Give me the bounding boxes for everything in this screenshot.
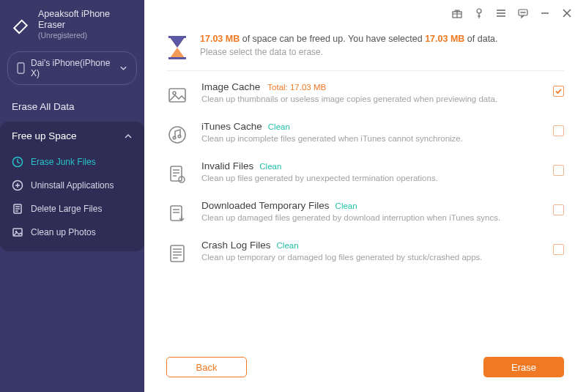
sidebar-item-photos[interactable]: Clean up Photos <box>0 221 144 244</box>
brand: Apeaksoft iPhone Eraser (Unregistered) <box>0 0 144 47</box>
sidebar-item-label: Clean up Photos <box>31 227 96 237</box>
main: 17.03 MB of space can be freed up. You h… <box>144 0 586 392</box>
row-title: Image Cache <box>201 81 260 92</box>
chevron-down-icon <box>119 64 127 73</box>
row-status: Clean <box>335 201 357 210</box>
row-status: Clean <box>277 241 299 250</box>
row-itunes-cache: iTunes CacheClean Clean up incomplete fi… <box>166 121 564 146</box>
svg-rect-14 <box>169 89 185 102</box>
svg-rect-12 <box>168 36 186 38</box>
svg-point-9 <box>521 12 522 12</box>
gift-icon[interactable] <box>451 7 463 19</box>
row-title: Invalid Files <box>201 160 253 171</box>
svg-rect-13 <box>168 57 186 59</box>
image-icon <box>166 84 188 106</box>
app-name: Apeaksoft iPhone Eraser <box>38 9 134 31</box>
svg-point-10 <box>522 12 523 12</box>
clock-icon <box>12 156 23 168</box>
checkbox[interactable] <box>553 204 564 215</box>
svg-rect-19 <box>171 166 182 181</box>
svg-rect-0 <box>18 63 24 73</box>
chevron-up-icon <box>124 132 133 141</box>
photo-icon <box>12 226 23 238</box>
checkbox[interactable] <box>553 165 564 176</box>
erase-button[interactable]: Erase <box>483 357 564 377</box>
svg-rect-22 <box>171 245 184 262</box>
minimize-icon[interactable] <box>539 7 551 19</box>
phone-icon <box>17 62 25 74</box>
back-button[interactable]: Back <box>166 357 247 377</box>
hourglass-icon <box>166 35 188 60</box>
key-icon[interactable] <box>473 7 485 19</box>
svg-point-16 <box>169 127 185 143</box>
sidebar-item-label: Delete Large Files <box>31 204 102 214</box>
row-title: iTunes Cache <box>201 121 262 132</box>
footer: Back Erase <box>166 345 564 392</box>
banner: 17.03 MB of space can be freed up. You h… <box>166 31 564 71</box>
music-icon <box>166 124 188 146</box>
nav-free-up-space[interactable]: Free up Space <box>0 121 144 150</box>
row-status: Clean <box>259 162 281 171</box>
log-icon <box>166 243 188 265</box>
row-title: Downloaded Temporary Files <box>201 200 330 211</box>
banner-line2: Please select the data to erase. <box>200 47 498 57</box>
svg-point-11 <box>524 12 525 12</box>
row-status: Clean <box>268 122 290 131</box>
sidebar-item-erase-junk[interactable]: Erase Junk Files <box>0 150 144 174</box>
category-list: Image CacheTotal: 17.03 MB Clean up thum… <box>166 81 564 265</box>
row-downloaded-temp: Downloaded Temporary FilesClean Clean up… <box>166 200 564 225</box>
download-icon <box>166 203 188 225</box>
row-status: Total: 17.03 MB <box>267 83 326 92</box>
row-sub: Clean up temporary or damaged log files … <box>201 253 540 262</box>
row-sub: Clean up damaged files generated by down… <box>201 213 540 222</box>
eraser-logo-icon <box>10 14 31 34</box>
row-sub: Clean up incomplete files generated when… <box>201 134 540 143</box>
svg-point-17 <box>173 136 176 139</box>
nav-free-up-label: Free up Space <box>12 130 77 141</box>
submenu: Erase Junk Files Uninstall Applications … <box>0 150 144 251</box>
checkbox[interactable] <box>553 86 564 97</box>
close-icon[interactable] <box>561 7 573 19</box>
sidebar-item-label: Erase Junk Files <box>31 157 96 167</box>
sidebar-item-label: Uninstall Applications <box>31 180 114 191</box>
feedback-icon[interactable] <box>517 7 529 19</box>
sidebar-item-large-files[interactable]: Delete Large Files <box>0 197 144 221</box>
svg-point-18 <box>178 135 181 138</box>
checkbox[interactable] <box>553 244 564 255</box>
app-status: (Unregistered) <box>38 31 134 40</box>
nav-erase-all[interactable]: Erase All Data <box>0 92 144 121</box>
svg-point-7 <box>477 9 481 13</box>
titlebar <box>144 0 586 26</box>
apps-icon <box>12 180 23 191</box>
row-crash-log: Crash Log FilesClean Clean up temporary … <box>166 240 564 265</box>
row-invalid-files: Invalid FilesClean Clean up files genera… <box>166 160 564 185</box>
file-icon <box>12 203 23 215</box>
svg-point-15 <box>173 92 176 95</box>
file-warn-icon <box>166 163 188 185</box>
sidebar-item-uninstall[interactable]: Uninstall Applications <box>0 174 144 197</box>
row-sub: Clean up files generated by unexpected t… <box>201 174 540 182</box>
menu-icon[interactable] <box>495 7 507 19</box>
device-selector[interactable]: Dai's iPhone(iPhone X) <box>7 51 137 85</box>
checkbox[interactable] <box>553 125 564 136</box>
device-label: Dai's iPhone(iPhone X) <box>31 58 114 78</box>
sidebar: Apeaksoft iPhone Eraser (Unregistered) D… <box>0 0 144 392</box>
row-sub: Clean up thumbnails or useless image cop… <box>201 95 540 103</box>
banner-line1: 17.03 MB of space can be freed up. You h… <box>200 34 498 44</box>
row-image-cache: Image CacheTotal: 17.03 MB Clean up thum… <box>166 81 564 106</box>
row-title: Crash Log Files <box>201 240 271 251</box>
